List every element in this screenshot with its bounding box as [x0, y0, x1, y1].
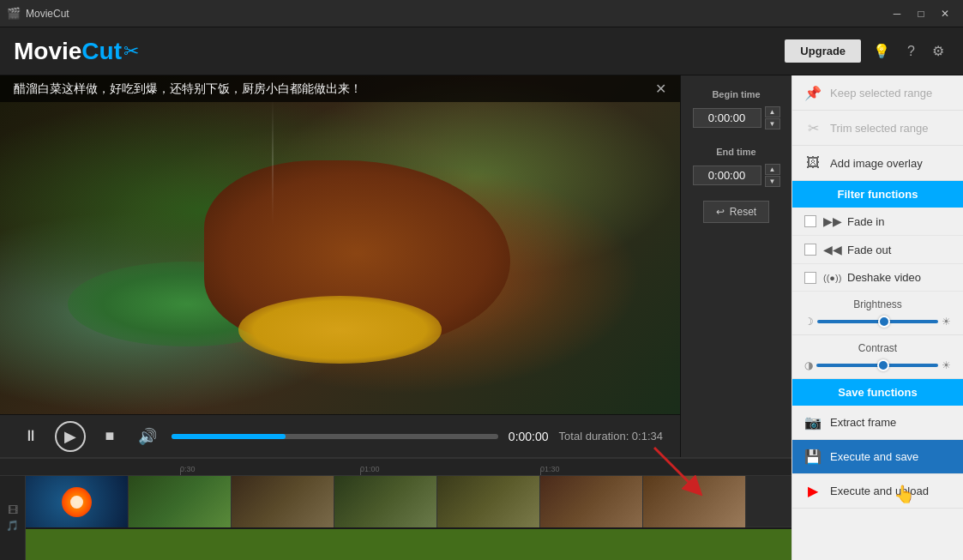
- progress-bar[interactable]: [172, 434, 498, 439]
- app-header: MovieCut✂ Upgrade 💡 ? ⚙: [0, 27, 963, 75]
- deshake-item: ((●)) Deshake video: [792, 264, 963, 292]
- audio-track-icon: 🎵: [6, 520, 19, 532]
- execute-and-upload-button[interactable]: ▶ Execute and upload: [792, 474, 963, 509]
- extract-frame-icon: 📷: [804, 414, 822, 431]
- brightness-label: Brightness: [804, 298, 951, 310]
- pause-button[interactable]: ⏸: [17, 423, 45, 450]
- deshake-checkbox[interactable]: [804, 272, 816, 284]
- fade-in-icon: ▶▶: [823, 214, 840, 228]
- title-bar-text: MovieCut: [26, 8, 886, 20]
- end-time-down[interactable]: ▼: [765, 176, 780, 187]
- help-icon-button[interactable]: ?: [902, 40, 920, 63]
- end-time-row: ▲ ▼: [693, 164, 780, 187]
- total-duration-display: Total duration: 0:1:34: [559, 430, 663, 443]
- stop-button[interactable]: ■: [96, 423, 123, 450]
- video-track[interactable]: [26, 476, 791, 527]
- contrast-low-icon: ◑: [804, 359, 813, 371]
- settings-icon-button[interactable]: ⚙: [927, 39, 949, 63]
- thumb-logo: [26, 476, 128, 527]
- brightness-thumb[interactable]: [878, 316, 890, 328]
- contrast-thumb[interactable]: [877, 359, 889, 371]
- app-icon: 🎬: [7, 7, 21, 21]
- fade-in-item: ▶▶ Fade in: [792, 208, 963, 236]
- contrast-slider[interactable]: [816, 364, 938, 367]
- thumb-food-greens: [129, 476, 231, 527]
- brightness-slider[interactable]: [817, 320, 938, 323]
- logo: MovieCut✂: [14, 38, 785, 65]
- contrast-high-icon: ☀: [942, 359, 951, 371]
- ruler-mark-60s: 01:00: [360, 465, 380, 473]
- extract-frame-label: Extract frame: [830, 416, 896, 429]
- brightness-section: Brightness ☽ ☀: [792, 292, 963, 335]
- add-image-overlay-button[interactable]: 🖼 Add image overlay: [792, 146, 963, 181]
- video-track-icon: 🎞: [8, 504, 18, 516]
- current-time-display: 0:00:00: [509, 430, 549, 443]
- track-thumb-7: [643, 476, 746, 527]
- video-canvas[interactable]: [0, 75, 680, 414]
- track-thumb-3: [232, 476, 334, 527]
- keep-range-icon: 📌: [804, 84, 822, 101]
- right-sidebar: 📌 Keep selected range ✂ Trim selected ra…: [791, 75, 963, 560]
- play-button[interactable]: ▶: [55, 421, 86, 452]
- end-time-label: End time: [716, 147, 755, 157]
- logo-cut-text: Cut: [81, 38, 122, 65]
- begin-time-up[interactable]: ▲: [765, 106, 780, 117]
- upgrade-button[interactable]: Upgrade: [785, 39, 861, 63]
- timeline-ruler: 0:30 01:00 01:30: [0, 459, 791, 476]
- close-button[interactable]: ✕: [934, 4, 956, 23]
- brightness-low-icon: ☽: [804, 316, 814, 328]
- track-thumb-6: [540, 476, 643, 527]
- lightbulb-icon-button[interactable]: 💡: [868, 39, 895, 63]
- filter-functions-header: Filter functions: [792, 181, 963, 208]
- playback-bar: ⏸ ▶ ■ 🔊 0:00:00 Total duration: 0:1:34: [0, 414, 680, 457]
- end-time-up[interactable]: ▲: [765, 164, 780, 175]
- save-functions-label: Save functions: [838, 386, 917, 399]
- video-section: 醋溜白菜这样做，好吃到爆，还特别下饭，厨房小白都能做出来！ ✕ ⏸ ▶: [0, 75, 791, 457]
- ruler-tick-90s: [540, 468, 541, 475]
- begin-time-down[interactable]: ▼: [765, 118, 780, 129]
- video-preview: [0, 75, 680, 414]
- execute-and-save-button[interactable]: 💾 Execute and save: [792, 440, 963, 474]
- title-bar: 🎬 MovieCut ─ □ ✕: [0, 0, 963, 27]
- begin-time-input[interactable]: [693, 108, 761, 128]
- reset-button[interactable]: ↩ Reset: [703, 201, 769, 223]
- begin-time-arrows: ▲ ▼: [765, 106, 780, 129]
- subtitle-close-button[interactable]: ✕: [655, 81, 666, 97]
- contrast-section: Contrast ◑ ☀: [792, 335, 963, 379]
- thumb-circle-decor: [62, 487, 92, 517]
- end-time-arrows: ▲ ▼: [765, 164, 780, 187]
- subtitle-bar: 醋溜白菜这样做，好吃到爆，还特别下饭，厨房小白都能做出来！ ✕: [0, 75, 680, 102]
- thumb-food-bowl: [437, 476, 539, 527]
- reset-label: Reset: [730, 206, 756, 218]
- keep-range-label: Keep selected range: [830, 87, 932, 99]
- fade-out-item: ◀◀ Fade out: [792, 236, 963, 264]
- volume-button[interactable]: 🔊: [134, 423, 161, 450]
- track-controls: 🎞 🎵: [0, 476, 26, 560]
- trim-selected-range-button[interactable]: ✂ Trim selected range: [792, 111, 963, 146]
- ruler-mark-30s: 0:30: [180, 465, 196, 473]
- thumb-food-final: [643, 476, 745, 527]
- keep-selected-range-button[interactable]: 📌 Keep selected range: [792, 75, 963, 111]
- begin-time-row: ▲ ▼: [693, 106, 780, 129]
- fade-in-checkbox[interactable]: [804, 215, 816, 227]
- fade-out-checkbox[interactable]: [804, 244, 816, 256]
- maximize-button[interactable]: □: [910, 4, 932, 23]
- trim-range-icon: ✂: [804, 119, 822, 136]
- thumb-food-stir: [334, 476, 436, 527]
- brightness-high-icon: ☀: [942, 316, 951, 328]
- content-area: 醋溜白菜这样做，好吃到爆，还特别下饭，厨房小白都能做出来！ ✕ ⏸ ▶: [0, 75, 791, 560]
- food-yellow-decoration: [238, 296, 442, 364]
- minimize-button[interactable]: ─: [886, 4, 908, 23]
- ruler-tick-60s: [360, 468, 361, 475]
- video-container: 醋溜白菜这样做，好吃到爆，还特别下饭，厨房小白都能做出来！ ✕ ⏸ ▶: [0, 75, 680, 457]
- track-content: [26, 476, 791, 560]
- extract-frame-button[interactable]: 📷 Extract frame: [792, 406, 963, 440]
- end-time-input[interactable]: [693, 166, 761, 185]
- timeline-tracks: 🎞 🎵: [0, 476, 791, 560]
- progress-bar-fill: [172, 434, 286, 439]
- contrast-slider-row: ◑ ☀: [804, 359, 951, 371]
- scissors-icon: ✂: [123, 40, 139, 63]
- ruler-tick-30s: [180, 468, 181, 475]
- contrast-label: Contrast: [804, 342, 951, 354]
- track-thumb-2: [129, 476, 232, 527]
